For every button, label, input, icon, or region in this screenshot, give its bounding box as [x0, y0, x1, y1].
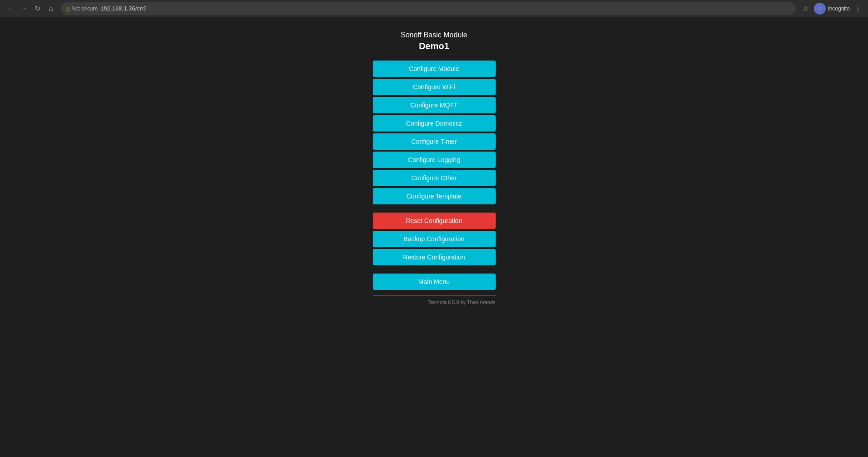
browser-menu-button[interactable]: ⋮ — [852, 2, 864, 15]
main-menu-button[interactable]: Main Menu — [373, 274, 496, 290]
not-secure-label: Not secure — [71, 5, 98, 12]
reset-configuration-button[interactable]: Reset Configuration — [373, 213, 496, 229]
user-avatar[interactable]: I — [814, 3, 826, 15]
warning-icon: △ — [66, 5, 70, 12]
configure-domoticz-button[interactable]: Configure Domoticz — [373, 115, 496, 132]
browser-right-controls: ☆ I Incognito ⋮ — [799, 2, 864, 15]
browser-chrome: ← → ↻ ⌂ △ Not secure 192.168.1.36/cn? ☆ … — [0, 0, 868, 17]
page-title: Sonoff Basic Module — [401, 31, 467, 39]
configure-module-button[interactable]: Configure Module — [373, 61, 496, 77]
nav-buttons: ← → ↻ ⌂ — [4, 2, 57, 15]
spacer-2 — [373, 267, 496, 272]
page-content: Sonoff Basic Module Demo1 Configure Modu… — [0, 17, 868, 457]
bookmark-button[interactable]: ☆ — [799, 2, 812, 15]
incognito-label: Incognito — [827, 5, 850, 12]
configure-template-button[interactable]: Configure Template — [373, 188, 496, 204]
user-initial: I — [819, 6, 821, 11]
device-name: Demo1 — [419, 41, 449, 51]
url-text: 192.168.1.36/cn? — [101, 5, 146, 12]
configure-logging-button[interactable]: Configure Logging — [373, 152, 496, 168]
back-button[interactable]: ← — [4, 2, 16, 15]
configure-mqtt-button[interactable]: Configure MQTT — [373, 97, 496, 113]
configure-other-button[interactable]: Configure Other — [373, 170, 496, 186]
buttons-container: Configure Module Configure WiFi Configur… — [373, 61, 496, 305]
configure-wifi-button[interactable]: Configure WiFi — [373, 79, 496, 95]
spacer-1 — [373, 206, 496, 211]
forward-button[interactable]: → — [17, 2, 30, 15]
security-badge: △ Not secure — [66, 5, 98, 12]
reload-button[interactable]: ↻ — [31, 2, 44, 15]
address-bar[interactable]: △ Not secure 192.168.1.36/cn? — [61, 2, 796, 15]
backup-configuration-button[interactable]: Backup Configuration — [373, 231, 496, 247]
footer-divider — [373, 295, 496, 296]
configure-timer-button[interactable]: Configure Timer — [373, 133, 496, 150]
restore-configuration-button[interactable]: Restore Configuration — [373, 249, 496, 265]
home-button[interactable]: ⌂ — [45, 2, 57, 15]
footer-text: Tasmota 8.5.0 by Theo Arends — [373, 300, 496, 305]
